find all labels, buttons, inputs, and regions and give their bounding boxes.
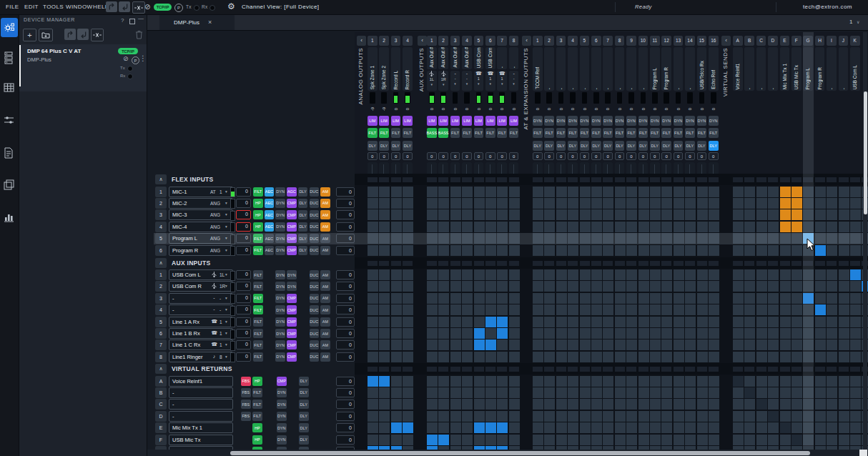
dsp-block-dly[interactable]: DLY — [697, 141, 707, 151]
matrix-cell[interactable] — [803, 339, 814, 350]
dsp-block-cmp[interactable]: CMP — [287, 329, 297, 338]
input-row-num-auxin-2[interactable]: 2 — [155, 281, 167, 292]
matrix-cell[interactable] — [580, 328, 591, 339]
dropdown-caret-icon[interactable]: ▾ — [225, 331, 227, 335]
matrix-cell[interactable] — [509, 352, 520, 362]
matrix-cell[interactable] — [509, 304, 520, 315]
collapse-auxin-button[interactable]: ∧ — [155, 258, 167, 268]
input-value-field[interactable]: 0 — [336, 317, 355, 327]
matrix-cell[interactable] — [626, 411, 637, 422]
dsp-block-cmp[interactable]: CMP — [287, 222, 297, 232]
matrix-cell[interactable] — [744, 328, 755, 339]
input-gain-field[interactable]: 0 — [236, 210, 251, 219]
matrix-cell[interactable] — [497, 187, 508, 197]
input-row-name-auxin-4[interactable]: - — [169, 304, 233, 315]
matrix-cell[interactable] — [556, 352, 567, 362]
input-row-num-flex-5[interactable]: 5 — [155, 233, 167, 244]
output-col-num-atexp-5[interactable]: 5 — [580, 36, 590, 46]
matrix-cell[interactable] — [615, 187, 626, 197]
dsp-block-filt[interactable]: FILT — [580, 128, 590, 138]
output-col-num-vsends-B[interactable]: B — [744, 36, 754, 46]
matrix-cell[interactable] — [697, 328, 708, 339]
matrix-cell[interactable] — [850, 222, 861, 232]
matrix-cell[interactable] — [791, 376, 802, 387]
output-col-name-aux-3[interactable]: Aux Out #3 — [450, 47, 460, 69]
matrix-cell[interactable] — [709, 281, 719, 292]
dsp-block-am[interactable]: AM — [320, 199, 330, 208]
matrix-cell[interactable] — [768, 245, 779, 256]
matrix-cell[interactable] — [674, 269, 684, 280]
input-row-name-flex-5[interactable]: Program L — [169, 233, 233, 244]
matrix-cell[interactable] — [427, 411, 438, 422]
input-gain-field[interactable]: 0 — [236, 222, 251, 232]
matrix-cell[interactable] — [638, 187, 649, 197]
dsp-block-hp[interactable]: HP — [253, 222, 263, 232]
dropdown-caret-icon[interactable]: ▾ — [225, 307, 227, 312]
input-source-value[interactable]: 1 — [220, 189, 222, 194]
matrix-cell[interactable] — [638, 339, 649, 350]
matrix-cell[interactable] — [403, 293, 413, 304]
input-gain-field[interactable]: 0 — [236, 317, 251, 327]
matrix-cell[interactable] — [533, 209, 543, 220]
matrix-cell[interactable] — [803, 422, 814, 433]
matrix-cell[interactable] — [603, 281, 613, 292]
dsp-block-dly[interactable]: DLY — [661, 141, 671, 151]
output-col-num-atexp-11[interactable]: 11 — [650, 36, 660, 46]
matrix-cell[interactable] — [368, 328, 378, 339]
input-row-name-flex-3[interactable]: MIC-3 — [169, 209, 233, 220]
matrix-cell[interactable] — [485, 387, 496, 398]
input-row-num-vret-F[interactable]: F — [155, 435, 167, 445]
sidebar-item-faders[interactable] — [4, 115, 15, 125]
matrix-cell[interactable] — [403, 269, 413, 280]
matrix-cell[interactable] — [568, 269, 578, 280]
matrix-cell[interactable] — [650, 399, 661, 410]
matrix-cell[interactable] — [591, 339, 602, 350]
matrix-cell[interactable] — [674, 411, 684, 422]
dsp-block-dyn[interactable]: DYN — [277, 400, 287, 409]
collapse-aux-button[interactable]: ‹ — [418, 36, 427, 46]
dsp-block-dly[interactable]: DLY — [299, 412, 309, 421]
matrix-cell[interactable] — [661, 209, 672, 220]
matrix-cell[interactable] — [791, 317, 802, 327]
matrix-cell[interactable] — [379, 198, 390, 209]
dsp-block-am[interactable]: AM — [320, 329, 330, 338]
matrix-cell[interactable] — [591, 435, 602, 445]
output-gain-readout[interactable]: 0 — [391, 104, 400, 114]
matrix-cell[interactable] — [544, 187, 555, 197]
matrix-cell[interactable] — [815, 339, 826, 350]
matrix-cell[interactable] — [744, 233, 755, 244]
output-gain-readout[interactable]: -9 — [380, 104, 389, 114]
matrix-cell[interactable] — [744, 399, 755, 410]
dsp-block-filt[interactable]: FILT — [568, 128, 578, 138]
input-row-name-vret-F[interactable]: USB Mic Tx — [169, 435, 233, 445]
matrix-cell[interactable] — [509, 399, 520, 410]
matrix-cell[interactable] — [391, 352, 402, 362]
matrix-cell[interactable] — [485, 328, 496, 339]
matrix-cell[interactable] — [709, 317, 719, 327]
matrix-cell[interactable] — [803, 222, 814, 232]
matrix-cell[interactable] — [709, 339, 719, 350]
matrix-cell[interactable] — [379, 422, 390, 433]
dsp-block-fbs[interactable]: FBS — [241, 400, 251, 409]
output-col-name-atexp-12[interactable]: Program R — [661, 47, 671, 91]
matrix-cell[interactable] — [450, 187, 461, 197]
h-scrollbar-thumb[interactable] — [230, 451, 810, 455]
input-value-field[interactable]: 0 — [336, 305, 355, 314]
matrix-cell[interactable] — [591, 209, 602, 220]
dropdown-caret-icon[interactable]: ▾ — [225, 296, 227, 300]
input-row-num-flex-3[interactable]: 3 — [155, 209, 167, 220]
matrix-cell[interactable] — [462, 293, 473, 304]
matrix-cell[interactable] — [626, 187, 637, 197]
dsp-block-duc[interactable]: DUC — [310, 270, 320, 279]
input-row-name-auxin-7[interactable]: Line 1 C Rx — [169, 339, 233, 350]
dsp-block-filt[interactable]: FILT — [252, 388, 262, 397]
matrix-cell[interactable] — [591, 233, 602, 244]
matrix-cell[interactable] — [450, 339, 461, 350]
matrix-cell[interactable] — [827, 328, 837, 339]
dsp-block-duc[interactable]: DUC — [310, 282, 320, 291]
matrix-cell[interactable] — [803, 411, 814, 422]
matrix-cell[interactable] — [474, 387, 485, 398]
matrix-cell[interactable] — [780, 317, 791, 327]
output-value-field[interactable]: 0 — [638, 152, 648, 160]
matrix-cell[interactable] — [533, 387, 543, 398]
